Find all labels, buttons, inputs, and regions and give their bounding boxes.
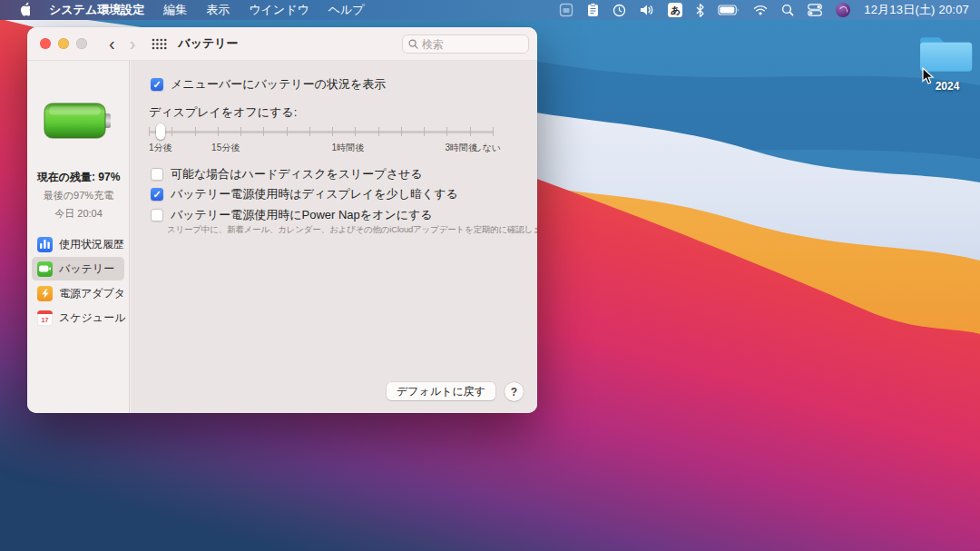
search-icon [408,39,418,49]
slider-labels: 1分後 15分後 1時間後 3時間後 しない [149,142,497,153]
spotlight-icon[interactable] [781,3,794,18]
slider-ticks [149,127,494,136]
control-center-icon[interactable] [808,3,822,18]
battery-graphic [44,103,113,139]
menu-edit[interactable]: 編集 [163,2,187,18]
traffic-lights [27,38,87,49]
battery-item-icon [37,261,53,277]
usage-history-icon [37,237,53,252]
sidebar-item-usage-history[interactable]: 使用状況履歴 [32,232,124,256]
power-nap-label: バッテリー電源使用時にPower Napをオンにする [171,207,433,223]
wifi-icon[interactable] [753,3,768,18]
sidebar-list: 使用状況履歴 バッテリー 電源アダプタ [27,231,129,330]
menu-bar-clock[interactable]: 12月13日(土) 20:07 [864,2,969,18]
forward-button[interactable]: › [122,35,143,52]
power-adapter-icon [37,286,53,301]
battery-icon[interactable] [718,3,740,18]
mouse-cursor [922,67,935,85]
menubar-status-label: メニューバーにバッテリーの状況を表示 [171,76,386,93]
schedule-icon: 17 [37,310,53,326]
help-button[interactable]: ? [505,382,524,401]
menu-app-name[interactable]: システム環境設定 [49,2,144,18]
search-input[interactable] [422,38,523,51]
system-preferences-window: ‹ › バッテリー [27,27,537,413]
menu-help[interactable]: ヘルプ [328,2,365,18]
last-charge-text: 最後の97%充電 [27,189,130,202]
display-off-slider[interactable] [149,123,494,140]
sidebar-item-power-adapter[interactable]: 電源アダプタ [32,281,124,305]
sidebar-item-battery[interactable]: バッテリー [32,257,124,280]
hdd-sleep-label: 可能な場合はハードディスクをスリープさせる [171,166,423,182]
menu-view[interactable]: 表示 [206,2,230,18]
menubar-status-checkbox[interactable]: ✓ [151,78,163,91]
time-machine-icon[interactable] [612,3,626,18]
power-nap-note: スリープ中に、新着メール、カレンダー、およびその他のiCloudアップデートを定… [167,224,537,236]
close-button[interactable] [40,38,51,49]
zoom-button[interactable] [76,38,87,49]
battery-pane: ✓ メニューバーにバッテリーの状況を表示 ディスプレイをオフにする: 1分後 1… [131,61,537,413]
bluetooth-icon[interactable] [696,3,704,18]
third-party-app-icon[interactable] [836,3,850,17]
sidebar-item-label: スケジュール [59,310,125,326]
calendar-header [37,310,53,315]
display-off-label: ディスプレイをオフにする: [149,104,297,121]
power-nap-checkbox[interactable]: ✓ [151,209,163,221]
calendar-day: 17 [37,317,53,324]
show-all-grid-icon[interactable] [152,38,167,50]
page-title: バッテリー [178,35,238,52]
app-window-icon[interactable] [559,3,573,18]
restore-defaults-button[interactable]: デフォルトに戻す [387,382,495,400]
minimize-button[interactable] [58,38,69,49]
power-nap-option: ✓ バッテリー電源使用時にPower Napをオンにする [151,207,433,223]
slider-label-1hour: 1時間後 [332,142,365,154]
current-charge-text: 現在の残量: 97% [27,170,130,185]
dim-display-option: ✓ バッテリー電源使用時はディスプレイを少し暗くする [151,186,458,202]
slider-knob[interactable] [156,123,165,140]
hdd-sleep-checkbox[interactable]: ✓ [151,168,163,181]
check-icon: ✓ [152,78,161,91]
sidebar-item-schedule[interactable]: 17 スケジュール [32,306,124,330]
sidebar-item-label: バッテリー [59,261,114,277]
slider-label-15min: 15分後 [211,142,240,154]
apple-menu[interactable] [18,2,30,19]
volume-icon[interactable] [640,3,654,18]
dim-display-label: バッテリー電源使用時はディスプレイを少し暗くする [171,186,458,202]
sidebar-item-label: 使用状況履歴 [59,237,124,252]
desktop: システム環境設定 編集 表示 ウインドウ ヘルプ あ [0,0,980,551]
back-button[interactable]: ‹ [102,35,122,52]
menubar-status-option: ✓ メニューバーにバッテリーの状況を表示 [151,76,386,93]
menu-bar: システム環境設定 編集 表示 ウインドウ ヘルプ あ [0,0,980,20]
clipboard-icon[interactable] [587,3,599,18]
last-charge-time: 今日 20:04 [27,207,130,221]
sidebar-item-label: 電源アダプタ [59,286,125,301]
window-toolbar: ‹ › バッテリー [27,27,537,61]
search-field[interactable] [402,34,529,54]
check-icon: ✓ [152,188,161,201]
input-source-icon[interactable]: あ [668,3,682,17]
slider-label-never: しない [473,142,501,154]
menu-window[interactable]: ウインドウ [249,2,309,18]
hdd-sleep-option: ✓ 可能な場合はハードディスクをスリープさせる [151,166,423,182]
dim-display-checkbox[interactable]: ✓ [151,188,163,201]
sidebar: 現在の残量: 97% 最後の97%充電 今日 20:04 使用状況履歴 バッテリ… [27,61,130,413]
slider-label-1min: 1分後 [149,142,172,154]
